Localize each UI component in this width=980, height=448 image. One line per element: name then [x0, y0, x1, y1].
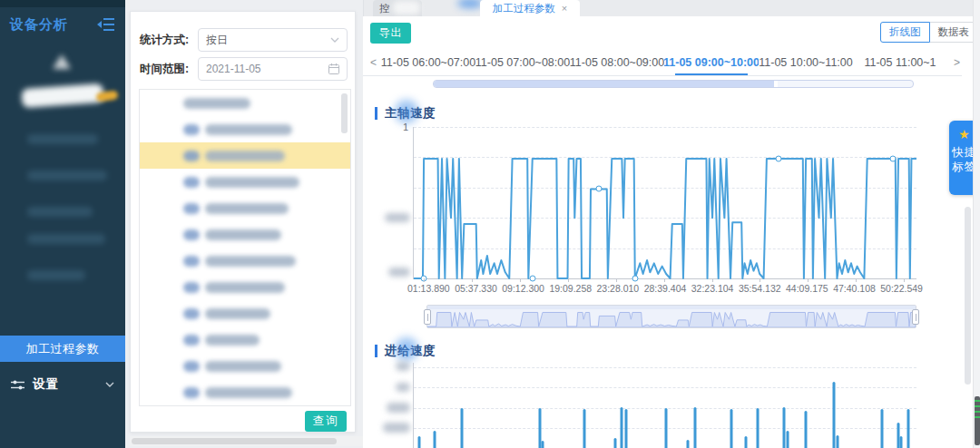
- device-list: [139, 89, 351, 406]
- time-tab[interactable]: 11-05 07:00~08:00: [475, 50, 570, 75]
- data-table-view-button[interactable]: 数据表: [930, 22, 979, 43]
- feed-speed-chart[interactable]: [413, 363, 916, 448]
- spindle-speed-chart[interactable]: [413, 127, 916, 279]
- window-scrollbar-thumb[interactable]: [975, 396, 980, 445]
- bar-spike: [433, 431, 436, 448]
- sidebar-header: 设备分析: [0, 9, 125, 40]
- tab-overview-fill: [434, 81, 774, 87]
- redacted-blob: [205, 151, 285, 161]
- tab-overview-scrollbar[interactable]: [433, 80, 914, 88]
- device-list-item[interactable]: [140, 300, 350, 326]
- next-page-icon[interactable]: >: [954, 50, 960, 75]
- device-list-item[interactable]: [140, 169, 350, 195]
- bar-spike: [541, 441, 544, 448]
- y-axis-label-redacted: [387, 403, 410, 413]
- tab-label: 加工过程参数: [493, 2, 555, 15]
- bar-spike: [687, 440, 690, 448]
- date-value: 2021-11-05: [206, 63, 328, 75]
- device-list-item[interactable]: [140, 221, 350, 248]
- calendar-icon: [328, 63, 339, 74]
- sidebar-item-settings[interactable]: 设置: [0, 371, 125, 398]
- x-tick-label: 09:12.300: [502, 283, 544, 294]
- time-range-tabs: < 11-05 06:00~07:0011-05 07:00~08:0011-0…: [363, 50, 962, 76]
- bar-spike: [621, 407, 623, 448]
- device-list-item[interactable]: [140, 248, 350, 274]
- bar-spike: [744, 436, 747, 448]
- query-button[interactable]: 查询: [305, 411, 347, 432]
- redacted-blob: [395, 337, 418, 361]
- y-axis-label-redacted: [396, 383, 410, 392]
- device-list-item[interactable]: [140, 195, 350, 221]
- tab-overview-notch: [774, 81, 778, 87]
- horizontal-scrollbar-track[interactable]: [130, 436, 363, 446]
- datazoom-left-handle[interactable]: [424, 309, 431, 325]
- sidebar-item-redacted[interactable]: [27, 207, 93, 217]
- datazoom-minimap: [427, 306, 916, 327]
- main-content: 导出 折线图 数据表 < 11-05 06:00~07:0011-05 07:0…: [363, 16, 973, 448]
- x-tick-label: 05:37.330: [455, 283, 497, 294]
- star-icon: ★: [958, 127, 970, 141]
- x-tick-label: 44:09.175: [786, 283, 828, 294]
- datazoom-slider[interactable]: [426, 305, 916, 328]
- x-tick-label: 19:09.258: [549, 283, 592, 294]
- datazoom-right-handle[interactable]: [912, 309, 919, 325]
- device-list-item[interactable]: [140, 142, 350, 169]
- tab-partial-label: 控: [379, 3, 389, 14]
- filter-panel: 统计方式: 按日 时间范围: 2021-11-05 查询: [130, 11, 356, 433]
- time-tab[interactable]: 11-05 11:00~1: [853, 50, 947, 75]
- x-tick-label: 47:40.108: [833, 283, 876, 294]
- date-picker-input[interactable]: 2021-11-05: [198, 57, 348, 81]
- device-list-scrollbar[interactable]: [341, 93, 348, 133]
- sidebar-top-strip: [0, 0, 125, 7]
- tab-process-params[interactable]: 加工过程参数 ×: [480, 0, 580, 16]
- x-axis-tick: [808, 278, 808, 282]
- device-list-item[interactable]: [140, 90, 350, 116]
- bar-spike: [730, 409, 732, 448]
- time-tab[interactable]: 11-05 09:00~10:00: [664, 50, 759, 75]
- redacted-blob: [205, 282, 285, 293]
- redacted-blob: [205, 203, 289, 214]
- sidebar-item-process-params[interactable]: 加工过程参数: [0, 336, 125, 362]
- x-axis-tick: [856, 278, 857, 282]
- x-axis-tick: [520, 278, 521, 282]
- redacted-logo-blob: [53, 54, 71, 69]
- line-chart-view-button[interactable]: 折线图: [880, 22, 930, 43]
- sidebar-item-redacted[interactable]: [27, 134, 98, 144]
- time-range-label: 时间范围:: [140, 62, 198, 77]
- prev-page-icon[interactable]: <: [370, 50, 377, 75]
- device-list-item[interactable]: [140, 116, 350, 142]
- time-tab[interactable]: 11-05 06:00~07:00: [381, 50, 475, 75]
- title-accent-bar: [375, 107, 377, 120]
- x-tick-label: 32:23.104: [691, 283, 734, 294]
- chart-point-marker: [889, 156, 896, 162]
- x-axis-tick: [760, 278, 760, 282]
- horizontal-scrollbar-thumb[interactable]: [132, 438, 337, 444]
- x-axis-tick: [568, 278, 569, 282]
- device-list-item[interactable]: [140, 326, 350, 353]
- redacted-blob: [205, 229, 281, 240]
- panel-scrollbar-thumb[interactable]: [965, 207, 971, 385]
- sidebar-item-redacted[interactable]: [27, 270, 85, 280]
- sidebar-item-redacted[interactable]: [27, 170, 107, 180]
- window-scrollbar-track[interactable]: [973, 0, 980, 448]
- bar-spike: [694, 407, 697, 448]
- sidebar-item-redacted[interactable]: [27, 234, 105, 244]
- y-axis-label-redacted: [383, 423, 410, 433]
- title-accent-bar: [375, 345, 377, 357]
- device-list-item[interactable]: [140, 274, 350, 300]
- device-list-item[interactable]: [140, 353, 350, 379]
- stat-method-select[interactable]: 按日: [198, 28, 348, 52]
- tab-partial[interactable]: 控: [373, 0, 422, 16]
- chart-point-marker: [595, 186, 602, 192]
- x-axis-labels: 01:13.89005:37.33009:12.30019:09.25823:2…: [407, 283, 923, 294]
- app-window: 设备分析 加工过程参数 设置: [0, 0, 980, 448]
- time-tab[interactable]: 11-05 10:00~11:00: [759, 50, 853, 75]
- export-button[interactable]: 导出: [370, 23, 411, 44]
- redacted-device-image: [21, 83, 103, 108]
- collapse-menu-icon[interactable]: [97, 17, 115, 32]
- close-tab-icon[interactable]: ×: [562, 3, 567, 14]
- time-tab[interactable]: 11-05 08:00~09:00: [570, 50, 664, 75]
- device-list-item[interactable]: [140, 379, 350, 405]
- redacted-blob: [395, 100, 418, 123]
- y-axis-label-redacted: [385, 213, 410, 222]
